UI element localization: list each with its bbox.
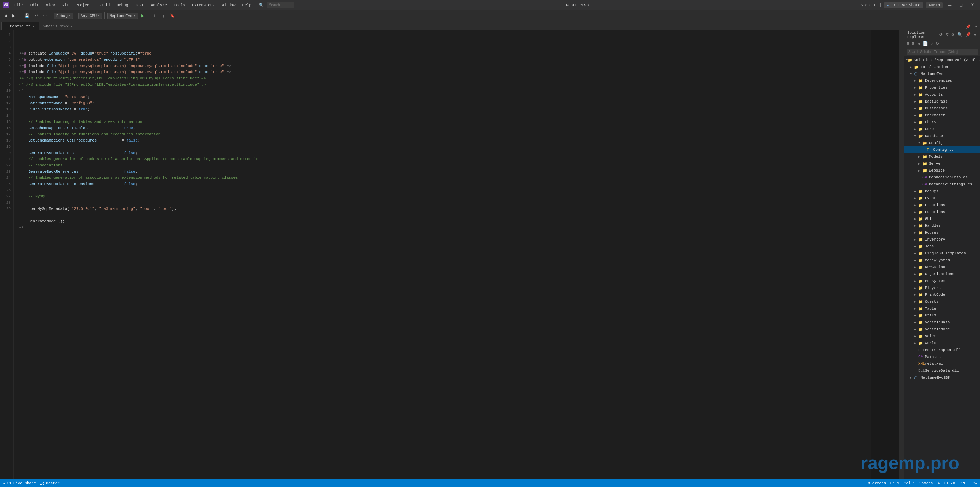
git-branch[interactable]: ⎇ master xyxy=(40,481,60,485)
tree-item-world[interactable]: ▶ 📁 World xyxy=(904,340,980,346)
tree-item-models[interactable]: ▶ 📁 Models xyxy=(904,153,980,160)
tree-item-vehiclemodel[interactable]: ▶ 📁 VehicleModel xyxy=(904,326,980,333)
menu-build[interactable]: Build xyxy=(96,2,112,8)
tree-item-character[interactable]: ▶ 📁 Character xyxy=(904,112,980,119)
tree-item-businesses[interactable]: ▶ 📁 Businesses xyxy=(904,105,980,112)
se-toolbar-btn4[interactable]: 📄 xyxy=(922,41,929,46)
se-search-btn[interactable]: 🔍 xyxy=(956,32,963,38)
tab-config-tt[interactable]: T Config.tt ✕ xyxy=(2,22,39,30)
tree-item-config_tt[interactable]: T Config.tt xyxy=(904,146,980,153)
tree-item-events[interactable]: ▶ 📁 Events xyxy=(904,195,980,201)
menu-help[interactable]: Help xyxy=(240,2,253,8)
tree-item-config[interactable]: ▼ 📂 Config xyxy=(904,139,980,146)
menu-git[interactable]: Git xyxy=(60,2,71,8)
tree-item-bootstrapper_dll[interactable]: DLL Bootstrapper.dll xyxy=(904,346,980,353)
right-panel-toggle[interactable] xyxy=(899,30,904,479)
tree-item-properties[interactable]: ▶ 📁 Properties xyxy=(904,84,980,91)
tree-item-functions[interactable]: ▶ 📁 Functions xyxy=(904,208,980,216)
tree-item-pedsystem[interactable]: ▶ 📁 PedSystem xyxy=(904,278,980,284)
tree-item-neptuneevo[interactable]: ▼ ⬡ NeptuneEvo xyxy=(904,70,980,77)
menu-tools[interactable]: Tools xyxy=(172,2,187,8)
se-toolbar-btn2[interactable]: ⊟ xyxy=(911,41,916,46)
tab-close-whats-new[interactable]: ✕ xyxy=(71,24,73,28)
tree-item-server[interactable]: ▶ 📁 Server xyxy=(904,160,980,167)
signin-link[interactable]: Sign in xyxy=(861,3,877,7)
back-button[interactable]: ◀ xyxy=(2,13,9,19)
bookmarks-button[interactable]: 🔖 xyxy=(168,13,177,19)
tree-item-organizations[interactable]: ▶ 📁 Organizations xyxy=(904,271,980,278)
tree-item-chars[interactable]: ▶ 📁 Chars xyxy=(904,119,980,126)
tree-item-connectioninfo_cs[interactable]: C# ConnectionInfo.cs xyxy=(904,174,980,181)
debug-config-dropdown[interactable]: Debug ▾ xyxy=(54,13,73,19)
step-button[interactable]: ↓ xyxy=(161,13,167,19)
save-button[interactable]: 💾 xyxy=(22,13,31,19)
se-toolbar-btn5[interactable]: ⚡ xyxy=(930,41,934,46)
forward-button[interactable]: ▶ xyxy=(10,13,17,19)
restore-button[interactable]: □ xyxy=(957,2,965,8)
tree-item-accounts[interactable]: ▶ 📁 Accounts xyxy=(904,91,980,98)
se-sync-icon[interactable]: ⟳ xyxy=(938,32,944,38)
se-search-input[interactable] xyxy=(907,49,978,55)
live-share-badge[interactable]: ↔ 13 Live Share xyxy=(884,2,923,8)
menu-analyze[interactable]: Analyze xyxy=(149,2,169,8)
platform-dropdown[interactable]: Any CPU ▾ xyxy=(78,13,102,19)
se-toolbar-btn3[interactable]: ↻ xyxy=(916,41,921,46)
se-toolbar-btn6[interactable]: ⟳ xyxy=(935,41,940,46)
menu-window[interactable]: Window xyxy=(220,2,238,8)
tab-list-icon[interactable]: ▾ xyxy=(974,24,978,30)
tree-item-servicedata_dll[interactable]: DLL ServiceData.dll xyxy=(904,367,980,374)
tab-close-config[interactable]: ✕ xyxy=(32,24,35,28)
status-errors[interactable]: 0 errors xyxy=(868,481,886,485)
menu-edit[interactable]: Edit xyxy=(28,2,41,8)
tab-pin-icon[interactable]: 📌 xyxy=(964,24,972,30)
status-language[interactable]: C# xyxy=(973,481,977,485)
tree-item-battlepass[interactable]: ▶ 📁 BattlePass xyxy=(904,98,980,105)
tree-item-neptuneevosdk[interactable]: ▶ ⬡ NeptuneEvoSDK xyxy=(904,374,980,381)
status-live-share[interactable]: ↔ 13 Live Share xyxy=(3,481,36,485)
redo-button[interactable]: ↪ xyxy=(41,13,49,19)
se-settings-icon[interactable]: ⚙ xyxy=(951,32,955,38)
se-filter-icon[interactable]: ▽ xyxy=(945,32,949,38)
menu-extensions[interactable]: Extensions xyxy=(190,2,217,8)
tree-item-vehicledata[interactable]: ▶ 📁 VehicleData xyxy=(904,319,980,326)
status-spaces[interactable]: Spaces: 4 xyxy=(919,481,940,485)
tree-item-jobs[interactable]: ▶ 📁 Jobs xyxy=(904,243,980,250)
tree-item-voice[interactable]: ▶ 📁 Voice xyxy=(904,333,980,340)
se-close-icon[interactable]: ✕ xyxy=(973,32,977,38)
tree-item-debugs[interactable]: ▶ 📁 Debugs xyxy=(904,188,980,195)
tab-whats-new[interactable]: What's New? ✕ xyxy=(39,22,77,30)
se-toolbar-btn1[interactable]: ⊞ xyxy=(906,41,910,46)
status-ln-col[interactable]: Ln 1, Col 1 xyxy=(890,481,915,485)
tree-item-core[interactable]: ▶ 📁 Core xyxy=(904,126,980,133)
menu-debug[interactable]: Debug xyxy=(115,2,130,8)
tree-item-moneysystem[interactable]: ▶ 📁 MoneySystem xyxy=(904,257,980,264)
menu-file[interactable]: File xyxy=(12,2,25,8)
attach-button[interactable]: ⏸ xyxy=(151,13,159,19)
tree-item-dependencies[interactable]: ▶ 📁 Dependencies xyxy=(904,77,980,84)
tree-item-linqtodb_templates[interactable]: ▶ 📁 LinqToDB.Templates xyxy=(904,250,980,257)
tree-item-localization[interactable]: ▶ 📁 Localization xyxy=(904,64,980,70)
tree-item-meta_xml[interactable]: XML meta.xml xyxy=(904,360,980,367)
tree-item-quests[interactable]: ▶ 📁 Quests xyxy=(904,298,980,305)
global-search-input[interactable] xyxy=(267,2,294,8)
tree-item-database[interactable]: ▼ 📂 Database xyxy=(904,133,980,139)
status-encoding[interactable]: UTF-8 xyxy=(944,481,955,485)
tree-item-players[interactable]: ▶ 📁 Players xyxy=(904,284,980,291)
menu-view[interactable]: View xyxy=(44,2,57,8)
tree-item-utils[interactable]: ▶ 📁 Utils xyxy=(904,312,980,319)
menu-test[interactable]: Test xyxy=(133,2,146,8)
tree-item-website[interactable]: ▶ 📁 WebSite xyxy=(904,167,980,174)
run-button[interactable]: ▶ xyxy=(139,13,146,19)
undo-button[interactable]: ↩ xyxy=(33,13,40,19)
tree-item-newcasino[interactable]: ▶ 📁 NewCasino xyxy=(904,264,980,271)
se-pin-icon[interactable]: 📌 xyxy=(964,32,972,38)
tree-item-fractions[interactable]: ▶ 📁 Fractions xyxy=(904,201,980,208)
status-line-ending[interactable]: CRLF xyxy=(959,481,968,485)
tree-item-houses[interactable]: ▶ 📁 Houses xyxy=(904,229,980,236)
close-button[interactable]: ✕ xyxy=(968,2,977,8)
project-dropdown[interactable]: NeptuneEvo ▾ xyxy=(107,13,138,19)
tree-solution-root[interactable]: ▼ 📁 Solution 'NeptuneEvo' (3 of 3 projec… xyxy=(904,57,980,64)
tree-item-main_cs[interactable]: C# Main.cs xyxy=(904,353,980,360)
tree-item-gui[interactable]: ▶ 📁 GUI xyxy=(904,216,980,222)
tree-item-databasesettings_cs[interactable]: C# DatabaseSettings.cs xyxy=(904,181,980,188)
